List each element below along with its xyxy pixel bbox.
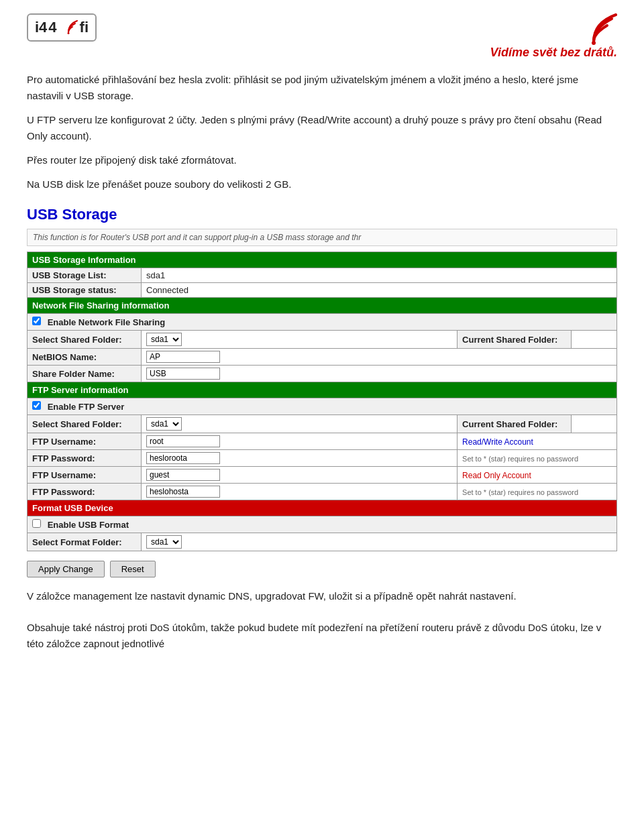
ftp-password2-label: FTP Password: — [28, 484, 142, 500]
intro-para1: Pro automatické přihlašování bez hesla z… — [27, 72, 617, 104]
tagline: Vidíme svět bez drátů. — [490, 46, 617, 60]
logo-4-text: 4 — [48, 19, 56, 36]
format-enable-cell: Enable USB Format — [28, 516, 617, 533]
page-header: i4 4 fi Vidíme svět bez drátů. — [27, 13, 617, 60]
share-folder-input[interactable] — [146, 368, 220, 380]
ftp-ro-account-cell: Read Only Account — [458, 467, 617, 484]
nfs-shared-folder-value: sda1 — [142, 331, 458, 349]
ftp-password1-input[interactable] — [146, 452, 220, 464]
ftp-password2-input[interactable] — [146, 486, 220, 498]
nfs-enable-checkbox[interactable] — [32, 317, 41, 325]
intro-para3: Přes router lze připojený disk také zfor… — [27, 152, 617, 168]
footer-para2: Obsahuje také nástroj proti DoS útokům, … — [27, 620, 617, 652]
ftp-current-folder-label: Current Shared Folder: — [458, 415, 572, 433]
ftp-username1-row: FTP Username: Read/Write Account — [28, 433, 617, 450]
usb-list-label: USB Storage List: — [28, 268, 142, 283]
intro-para4: Na USB disk lze přenášet pouze soubory d… — [27, 176, 617, 192]
netbios-value-cell — [142, 349, 617, 366]
share-folder-value-cell — [142, 366, 617, 382]
usb-list-value: sda1 — [142, 268, 617, 283]
ftp-ro-account-label: Read Only Account — [462, 471, 531, 480]
format-header-cell: Format USB Device — [28, 500, 617, 516]
usb-storage-table: USB Storage Information USB Storage List… — [27, 252, 617, 551]
header-wifi-icon — [570, 13, 617, 46]
nfs-shared-folder-row: Select Shared Folder: sda1 Current Share… — [28, 331, 617, 349]
ftp-password1-note-cell: Set to * (star) requires no password — [458, 450, 617, 467]
logo-i4-text: i4 — [35, 19, 47, 36]
ftp-shared-folder-row: Select Shared Folder: sda1 Current Share… — [28, 415, 617, 433]
nfs-shared-folder-label: Select Shared Folder: — [28, 331, 142, 349]
nfs-folder-select[interactable]: sda1 — [146, 333, 182, 346]
ftp-password1-row: FTP Password: Set to * (star) requires n… — [28, 450, 617, 467]
nfs-enable-row: Enable Network File Sharing — [28, 314, 617, 331]
format-header-row: Format USB Device — [28, 500, 617, 516]
apply-change-button[interactable]: Apply Change — [27, 561, 105, 577]
ftp-password1-cell — [142, 450, 458, 467]
ftp-header-row: FTP Server information — [28, 382, 617, 398]
format-folder-select[interactable]: sda1 — [146, 535, 182, 549]
svg-point-0 — [67, 32, 69, 34]
format-folder-row: Select Format Folder: sda1 — [28, 533, 617, 551]
format-folder-value-cell: sda1 — [142, 533, 617, 551]
share-folder-label: Share Folder Name: — [28, 366, 142, 382]
netbios-label: NetBIOS Name: — [28, 349, 142, 366]
nfs-header-cell: Network File Sharing information — [28, 298, 617, 314]
ftp-username2-input[interactable] — [146, 469, 220, 481]
section-title: USB Storage — [27, 206, 617, 223]
ftp-rw-account-label: Read/Write Account — [462, 437, 533, 447]
wifi-icon — [59, 20, 78, 35]
intro-para2: U FTP serveru lze konfigurovat 2 účty. J… — [27, 112, 617, 144]
format-folder-label: Select Format Folder: — [28, 533, 142, 551]
ftp-header-cell: FTP Server information — [28, 382, 617, 398]
ftp-enable-label: Enable FTP Server — [48, 402, 125, 412]
format-enable-label: Enable USB Format — [48, 520, 129, 530]
ftp-username1-label: FTP Username: — [28, 433, 142, 450]
ftp-enable-cell: Enable FTP Server — [28, 398, 617, 415]
ftp-password1-note: Set to * (star) requires no password — [462, 455, 578, 463]
ftp-password2-note: Set to * (star) requires no password — [462, 488, 578, 496]
ftp-rw-account-cell: Read/Write Account — [458, 433, 617, 450]
ftp-username2-cell — [142, 467, 458, 484]
footer-para1: V záložce management lze nastavit dynami… — [27, 588, 617, 604]
ftp-enable-row: Enable FTP Server — [28, 398, 617, 415]
action-buttons: Apply Change Reset — [27, 561, 617, 577]
ftp-username1-input[interactable] — [146, 435, 220, 447]
nfs-current-folder-value — [572, 331, 617, 349]
ftp-username2-label: FTP Username: — [28, 467, 142, 484]
ftp-shared-folder-value: sda1 — [142, 415, 458, 433]
ftp-username2-row: FTP Username: Read Only Account — [28, 467, 617, 484]
share-folder-row: Share Folder Name: — [28, 366, 617, 382]
nfs-enable-label: Enable Network File Sharing — [48, 317, 166, 327]
ftp-password2-cell — [142, 484, 458, 500]
ftp-password2-note-cell: Set to * (star) requires no password — [458, 484, 617, 500]
ftp-username1-cell — [142, 433, 458, 450]
usb-info-header-cell: USB Storage Information — [28, 252, 617, 268]
reset-button[interactable]: Reset — [110, 561, 156, 577]
usb-status-value: Connected — [142, 283, 617, 298]
ftp-password2-row: FTP Password: Set to * (star) requires n… — [28, 484, 617, 500]
ftp-shared-folder-label: Select Shared Folder: — [28, 415, 142, 433]
format-enable-row: Enable USB Format — [28, 516, 617, 533]
usb-status-label: USB Storage status: — [28, 283, 142, 298]
ftp-folder-select[interactable]: sda1 — [146, 417, 182, 431]
logo-fi-text: fi — [80, 19, 89, 36]
ftp-password1-label: FTP Password: — [28, 450, 142, 467]
router-desc: This function is for Router's USB port a… — [27, 229, 617, 246]
netbios-row: NetBIOS Name: — [28, 349, 617, 366]
nfs-header-row: Network File Sharing information — [28, 298, 617, 314]
tagline-area: Vidíme svět bez drátů. — [490, 13, 617, 60]
format-enable-checkbox[interactable] — [32, 519, 41, 528]
svg-point-1 — [592, 41, 596, 45]
netbios-input[interactable] — [146, 351, 220, 363]
usb-status-row: USB Storage status: Connected — [28, 283, 617, 298]
ftp-enable-checkbox[interactable] — [32, 401, 41, 410]
nfs-current-folder-label: Current Shared Folder: — [458, 331, 572, 349]
usb-info-header-row: USB Storage Information — [28, 252, 617, 268]
nfs-enable-cell: Enable Network File Sharing — [28, 314, 617, 331]
logo: i4 4 fi — [27, 13, 97, 42]
usb-list-row: USB Storage List: sda1 — [28, 268, 617, 283]
ftp-current-folder-value — [572, 415, 617, 433]
